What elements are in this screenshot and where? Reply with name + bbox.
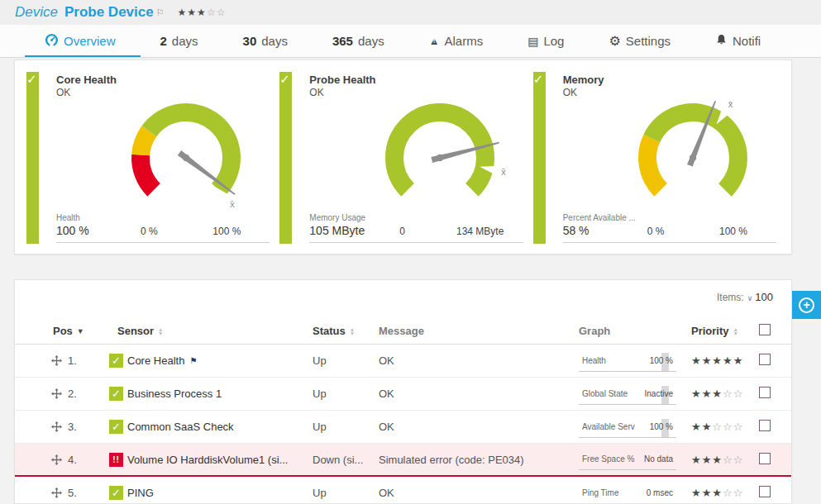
items-count-control[interactable]: Items:∨100 xyxy=(717,291,773,303)
add-button[interactable]: + xyxy=(792,291,821,319)
star-icon: ☆ xyxy=(733,388,744,400)
checkbox-cell xyxy=(759,486,790,500)
page-title-bar: Device Probe Device ⚐ ★★★☆☆ xyxy=(0,0,821,25)
tab-2-days[interactable]: 2 days xyxy=(160,25,198,58)
mini-graph[interactable]: Global State Inactive xyxy=(579,383,676,405)
move-handle-icon[interactable] xyxy=(51,487,62,498)
channel-label: Percent Available ... xyxy=(563,213,636,222)
mini-graph[interactable]: Health 100 % xyxy=(579,350,676,372)
sensor-status: Up xyxy=(313,487,379,499)
check-icon: ✓ xyxy=(279,72,290,87)
sensor-status: Up xyxy=(313,388,379,400)
mini-graph-label: Available Serv xyxy=(582,422,635,431)
gear-icon: ⚙ xyxy=(609,33,620,49)
column-header-priority[interactable]: Priority▲▼ xyxy=(691,325,759,337)
sort-icon: ▲▼ xyxy=(158,327,163,335)
gauge-status: OK xyxy=(563,87,604,98)
device-priority-rating[interactable]: ★★★☆☆ xyxy=(178,7,227,18)
graph-cell: Free Space % No data xyxy=(579,449,691,470)
row-position: 2. xyxy=(68,388,77,400)
column-header-pos[interactable]: Pos▼ xyxy=(40,325,96,337)
checkbox-cell xyxy=(759,387,790,401)
check-icon: ✓ xyxy=(26,72,37,87)
priority-stars[interactable]: ★★★☆☆ xyxy=(691,388,759,400)
mini-graph[interactable]: Free Space % No data xyxy=(579,449,676,470)
sensor-cell: ✓ Core Health ⚑ xyxy=(96,354,313,368)
table-row-4[interactable]: 4. !! Volume IO HarddiskVolume1 (si... D… xyxy=(15,444,791,477)
position-cell: 3. xyxy=(40,421,96,433)
row-checkbox[interactable] xyxy=(759,453,771,464)
position-cell: 5. xyxy=(40,487,96,499)
tab-label: Notifi xyxy=(733,34,761,48)
row-position: 1. xyxy=(68,354,77,367)
table-header-row: Pos▼Sensor▲▼Status▲▼MessageGraphPriority… xyxy=(15,318,791,345)
move-handle-icon[interactable] xyxy=(51,421,62,432)
sensor-message: OK xyxy=(379,487,579,499)
table-row-5[interactable]: 5. ✓ PING Up OK Ping Time 0 msec ★★★☆☆ xyxy=(15,477,791,504)
ok-check-icon: ✓ xyxy=(109,420,123,434)
move-handle-icon[interactable] xyxy=(51,388,62,399)
tab-alarms[interactable]: ▲! Alarms xyxy=(429,25,484,58)
star-icon: ☆ xyxy=(733,421,744,433)
star-icon: ★ xyxy=(691,388,702,400)
row-checkbox[interactable] xyxy=(759,420,771,431)
star-icon: ★ xyxy=(712,354,723,367)
column-header-sensor[interactable]: Sensor▲▼ xyxy=(96,325,313,337)
flag-icon[interactable]: ⚐ xyxy=(156,7,165,18)
column-header-status[interactable]: Status▲▼ xyxy=(313,325,379,337)
priority-stars[interactable]: ★★☆☆☆ xyxy=(691,421,759,433)
tab-notifications[interactable]: Notifi xyxy=(715,25,761,58)
ok-check-icon: ✓ xyxy=(109,354,123,368)
divider xyxy=(56,242,270,243)
sensor-name[interactable]: PING xyxy=(127,487,154,499)
sensor-status: Down (si... xyxy=(313,454,379,466)
priority-stars[interactable]: ★★★★★ xyxy=(691,354,759,367)
sort-icon: ▲▼ xyxy=(733,327,738,335)
column-header-graph: Graph xyxy=(579,325,691,337)
sensor-name[interactable]: Business Process 1 xyxy=(127,388,222,400)
gauge-title[interactable]: Core Health xyxy=(56,74,117,86)
row-checkbox[interactable] xyxy=(759,486,771,497)
row-checkbox[interactable] xyxy=(759,354,771,365)
mini-graph[interactable]: Available Serv 100 % xyxy=(579,416,676,438)
star-icon: ★ xyxy=(702,388,713,400)
gauge-max-label: 134 MByte xyxy=(456,226,504,237)
row-checkbox[interactable] xyxy=(759,387,771,398)
table-row-1[interactable]: 1. ✓ Core Health ⚑ Up OK Health 100 % ★★… xyxy=(15,345,791,378)
channel-label: Memory Usage xyxy=(309,213,365,222)
breadcrumb[interactable]: Device xyxy=(15,4,58,21)
table-row-2[interactable]: 2. ✓ Business Process 1 Up OK Global Sta… xyxy=(15,378,791,411)
column-header-message: Message xyxy=(379,325,579,337)
tab-365-days[interactable]: 365 days xyxy=(332,25,384,58)
sensor-name[interactable]: Common SaaS Check xyxy=(127,421,234,433)
checkbox-cell xyxy=(759,420,790,434)
gauge-channel: Percent Available ... 58 % xyxy=(563,213,636,237)
sensor-name[interactable]: Core Health xyxy=(127,354,184,367)
move-handle-icon[interactable] xyxy=(51,454,62,465)
mini-graph-value: 100 % xyxy=(650,422,673,431)
tab-30-days[interactable]: 30 days xyxy=(243,25,288,58)
priority-stars[interactable]: ★★★☆☆ xyxy=(691,487,759,499)
mini-graph[interactable]: Ping Time 0 msec xyxy=(579,483,676,504)
mini-graph-label: Health xyxy=(582,356,606,365)
row-position: 5. xyxy=(68,487,77,499)
gauge-title[interactable]: Memory xyxy=(563,74,604,86)
tab-settings[interactable]: ⚙ Settings xyxy=(609,25,671,58)
select-all-checkbox[interactable] xyxy=(759,324,771,335)
priority-stars[interactable]: ★★★☆☆ xyxy=(691,454,759,466)
gauge-title[interactable]: Probe Health xyxy=(309,74,375,86)
mini-graph-label: Ping Time xyxy=(582,488,618,497)
star-icon: ★ xyxy=(712,388,723,400)
gauge-min-label: 0 xyxy=(399,226,405,237)
sensor-status: Up xyxy=(313,354,379,367)
tab-bar: Overview 2 days 30 days 365 days ▲! Alar… xyxy=(0,25,821,58)
move-handle-icon[interactable] xyxy=(51,355,62,366)
tab-overview[interactable]: Overview xyxy=(45,25,116,58)
sensor-name[interactable]: Volume IO HarddiskVolume1 (si... xyxy=(127,454,288,466)
position-cell: 2. xyxy=(40,388,96,400)
tab-log[interactable]: ▤ Log xyxy=(527,25,564,58)
gauge-area: x̄ 0 % 100 % xyxy=(99,88,273,244)
table-row-3[interactable]: 3. ✓ Common SaaS Check Up OK Available S… xyxy=(15,411,791,444)
svg-text:x̄: x̄ xyxy=(501,167,506,177)
checkbox-cell xyxy=(759,354,790,368)
